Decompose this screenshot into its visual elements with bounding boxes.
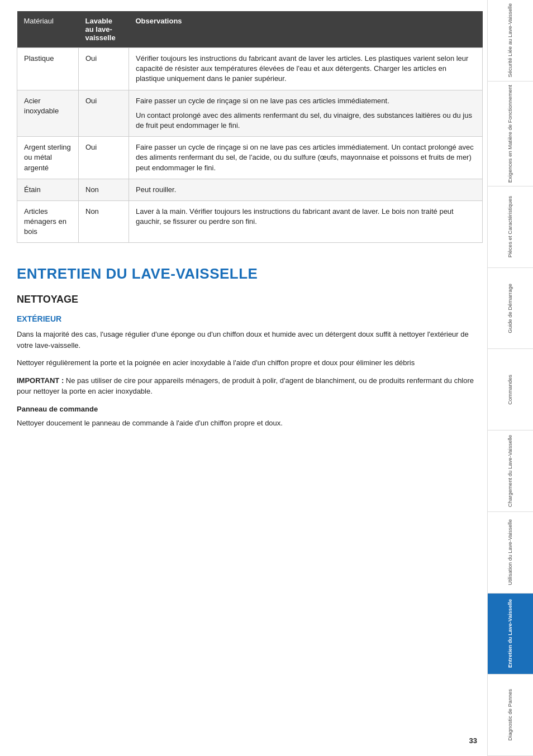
sidebar-item-label: Entretien du Lave-Vaisselle xyxy=(507,599,513,668)
observation-text: Faire passer un cycle de rinçage si on n… xyxy=(136,96,475,106)
observation-text: Peut rouiller. xyxy=(136,185,475,195)
panneau-text: Nettoyer doucement le panneau de command… xyxy=(17,418,483,429)
sidebar-item-2: Pièces et Caractéristiques xyxy=(487,186,533,268)
table-cell-observations: Vérifier toujours les instructions du fa… xyxy=(129,48,483,90)
col-header-observations: Observations xyxy=(129,11,483,48)
sidebar-item-label: Diagnostic de Pannes xyxy=(507,689,513,740)
paragraph-1: Dans la majorité des cas, l'usage réguli… xyxy=(17,329,483,351)
observation-text: Laver à la main. Vérifier toujours les i… xyxy=(136,207,475,227)
sidebar-item-label: Chargement du Lave-Vaisselle xyxy=(507,435,513,507)
sidebar: Sécurité Liée au Lave-VaisselleExigences… xyxy=(487,0,533,756)
sidebar-item-label: Sécurité Liée au Lave-Vaisselle xyxy=(507,3,513,77)
sidebar-item-8: Diagnostic de Pannes xyxy=(487,674,533,756)
table-cell-observations: Faire passer un cycle de rinçage si on n… xyxy=(129,90,483,137)
sidebar-item-4: Commandes xyxy=(487,349,533,430)
sidebar-item-3: Guide de Démarrage xyxy=(487,268,533,350)
sidebar-item-7: Entretien du Lave-Vaisselle xyxy=(487,594,533,675)
main-section-title: ENTRETIEN DU LAVE-VAISSELLE xyxy=(17,265,483,283)
page-number: 33 xyxy=(469,736,477,745)
table-cell-lavable: Oui xyxy=(79,48,129,90)
sidebar-item-label: Commandes xyxy=(507,375,513,405)
sidebar-item-1: Exigences en Matière de Fonctionnement xyxy=(487,82,533,186)
main-content: Matériaul Lavable au lave-vaisselle Obse… xyxy=(17,0,483,458)
table-cell-lavable: Non xyxy=(79,200,129,243)
col-header-lavable: Lavable au lave-vaisselle xyxy=(79,11,129,48)
table-cell-material: Acier inoxydable xyxy=(17,90,79,137)
observation-text: Un contact prolongé avec des aliments re… xyxy=(136,111,475,131)
materials-table: Matériaul Lavable au lave-vaisselle Obse… xyxy=(17,11,483,243)
col-header-material: Matériaul xyxy=(17,11,79,48)
table-cell-observations: Peut rouiller. xyxy=(129,179,483,200)
sidebar-item-label: Utilisation du Lave-Vaisselle xyxy=(507,519,513,585)
sidebar-item-label: Exigences en Matière de Fonctionnement xyxy=(507,85,513,183)
table-cell-material: Plastique xyxy=(17,48,79,90)
sidebar-item-5: Chargement du Lave-Vaisselle xyxy=(487,430,533,512)
table-cell-observations: Faire passer un cycle de rinçage si on n… xyxy=(129,137,483,179)
table-cell-lavable: Oui xyxy=(79,90,129,137)
table-cell-lavable: Oui xyxy=(79,137,129,179)
nettoyage-title: NETTOYAGE xyxy=(17,294,483,305)
sidebar-item-label: Pièces et Caractéristiques xyxy=(507,196,513,257)
table-cell-observations: Laver à la main. Vérifier toujours les i… xyxy=(129,200,483,243)
table-cell-lavable: Non xyxy=(79,179,129,200)
sidebar-item-label: Guide de Démarrage xyxy=(507,284,513,333)
exterieur-title: EXTÉRIEUR xyxy=(17,314,483,323)
sidebar-item-6: Utilisation du Lave-Vaisselle xyxy=(487,512,533,594)
table-cell-material: Argent sterling ou métal argenté xyxy=(17,137,79,179)
observation-text: Vérifier toujours les instructions du fa… xyxy=(136,54,475,84)
paragraph-2: Nettoyer régulièrement la porte et la po… xyxy=(17,357,483,369)
table-cell-material: Articles ménagers en bois xyxy=(17,200,79,243)
important-label: IMPORTANT : xyxy=(17,376,64,385)
observation-text: Faire passer un cycle de rinçage si on n… xyxy=(136,142,475,173)
sidebar-item-0: Sécurité Liée au Lave-Vaisselle xyxy=(487,0,533,82)
panneau-heading: Panneau de commande xyxy=(17,404,483,415)
important-text: IMPORTANT : Ne pas utiliser de cire pour… xyxy=(17,375,483,397)
table-cell-material: Étain xyxy=(17,179,79,200)
